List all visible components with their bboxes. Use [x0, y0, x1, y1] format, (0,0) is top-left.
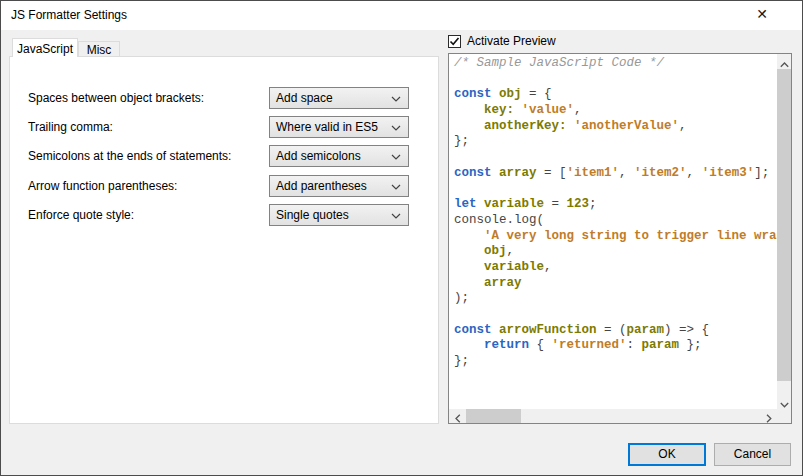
v-scroll-thumb[interactable] — [777, 69, 791, 381]
dropdown-3[interactable]: Add parentheses — [269, 175, 409, 197]
code-line: obj, — [454, 244, 777, 260]
code-preview-panel: /* Sample JavaScript Code */ const obj =… — [448, 53, 792, 424]
code-line — [454, 307, 777, 323]
window-title: JS Formatter Settings — [11, 1, 127, 30]
code-line: /* Sample JavaScript Code */ — [454, 56, 777, 72]
chevron-down-icon — [391, 125, 401, 131]
code-line: return { 'returned': param }; — [454, 338, 777, 354]
form-label: Trailing comma: — [28, 116, 113, 138]
chevron-down-icon — [391, 213, 401, 219]
scroll-right-icon[interactable] — [761, 409, 776, 423]
activate-preview-label: Activate Preview — [467, 35, 556, 48]
dropdown-4[interactable]: Single quotes — [269, 204, 409, 226]
form-label: Spaces between object brackets: — [28, 87, 204, 109]
code-line: anotherKey: 'anotherValue', — [454, 119, 777, 135]
code-line: }; — [454, 134, 777, 150]
code-line: array — [454, 276, 777, 292]
dropdown-0[interactable]: Add space — [269, 87, 409, 109]
chevron-down-icon — [391, 154, 401, 160]
form-label: Semicolons at the ends of statements: — [28, 145, 231, 167]
dropdown-value: Add parentheses — [276, 179, 367, 193]
js-formatter-settings-dialog: JS Formatter Settings ✕ JavaScriptMisc S… — [0, 0, 803, 476]
scroll-up-icon[interactable] — [777, 54, 791, 69]
code-line: console.log( — [454, 213, 777, 229]
code-line: }; — [454, 354, 777, 370]
dropdown-value: Add semicolons — [276, 149, 361, 163]
dropdown-2[interactable]: Add semicolons — [269, 145, 409, 167]
activate-preview-checkbox[interactable] — [448, 35, 461, 48]
vertical-scrollbar[interactable] — [777, 54, 791, 409]
code-line — [454, 182, 777, 198]
tab-misc[interactable]: Misc — [78, 41, 120, 56]
code-line: 'A very long string to trigger line wrap… — [454, 229, 777, 245]
scroll-left-icon[interactable] — [450, 409, 465, 423]
h-scroll-thumb[interactable] — [466, 409, 521, 423]
chevron-down-icon — [391, 184, 401, 190]
dropdown-value: Add space — [276, 91, 333, 105]
cancel-button[interactable]: Cancel — [714, 443, 791, 466]
code-line: variable, — [454, 260, 777, 276]
code-line: const array = ['item1', 'item2', 'item3'… — [454, 166, 777, 182]
chevron-down-icon — [391, 96, 401, 102]
checkmark-icon — [449, 36, 460, 47]
horizontal-scrollbar[interactable] — [449, 409, 777, 423]
tab-page-javascript — [9, 56, 439, 424]
scrollbar-corner — [777, 409, 791, 423]
form-label: Enforce quote style: — [28, 204, 134, 226]
code-line: key: 'value', — [454, 103, 777, 119]
code-line: let variable = 123; — [454, 197, 777, 213]
dropdown-value: Single quotes — [276, 208, 349, 222]
tab-javascript[interactable]: JavaScript — [12, 38, 78, 57]
dropdown-value: Where valid in ES5 — [276, 120, 378, 134]
close-icon[interactable]: ✕ — [746, 1, 778, 30]
code-line: const obj = { — [454, 87, 777, 103]
dropdown-1[interactable]: Where valid in ES5 — [269, 116, 409, 138]
ok-button[interactable]: OK — [628, 443, 706, 466]
code-preview-text: /* Sample JavaScript Code */ const obj =… — [449, 54, 777, 409]
code-line: ); — [454, 291, 777, 307]
titlebar: JS Formatter Settings ✕ — [1, 1, 802, 30]
code-line: const arrowFunction = (param) => { — [454, 323, 777, 339]
code-line — [454, 150, 777, 166]
form-label: Arrow function parentheses: — [28, 175, 177, 197]
scroll-down-icon[interactable] — [777, 394, 791, 409]
code-line — [454, 72, 777, 88]
